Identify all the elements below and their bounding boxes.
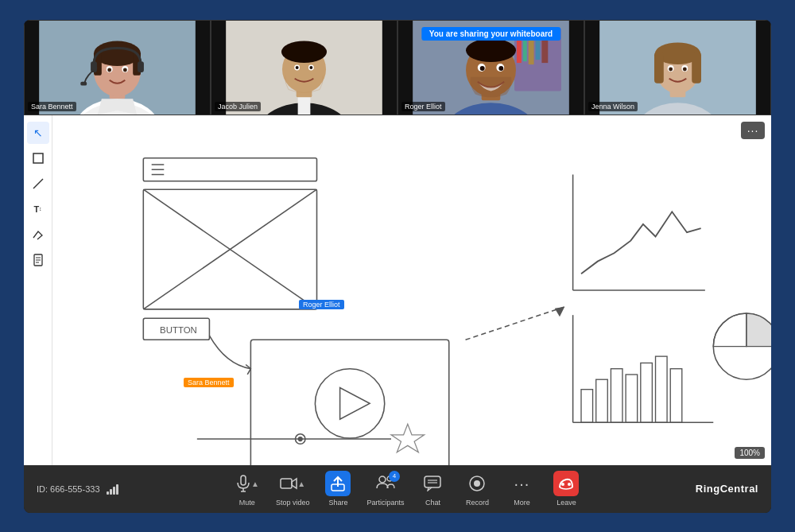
svg-rect-51: [33, 153, 43, 163]
share-button[interactable]: Share: [322, 471, 354, 507]
toolbar: ↖ T↕: [24, 115, 52, 465]
leave-icon: [553, 471, 579, 496]
svg-point-38: [480, 66, 485, 71]
signal-icon: [107, 483, 118, 495]
participant-tile-jacob[interactable]: Jacob Julien: [211, 20, 398, 115]
participant-tile-sara[interactable]: Sara Bennett: [24, 20, 211, 115]
stop-video-label: Stop video: [276, 499, 310, 507]
cursor-sara: Sara Bennett: [184, 378, 234, 387]
record-icon: [464, 471, 490, 496]
svg-rect-57: [143, 157, 316, 181]
more-button[interactable]: ··· More: [506, 471, 537, 507]
chat-icon: [420, 471, 445, 496]
svg-line-52: [33, 179, 43, 188]
svg-rect-85: [670, 368, 682, 422]
stop-video-icon: ▲: [280, 471, 305, 496]
more-icon: ···: [509, 471, 534, 496]
svg-rect-12: [138, 61, 144, 72]
svg-marker-74: [555, 306, 564, 316]
record-button[interactable]: Record: [461, 471, 493, 507]
participants-icon: 4: [373, 471, 398, 496]
participant-tile-roger[interactable]: You are sharing your whiteboard Roger El…: [398, 20, 584, 115]
participant-name-sara: Sara Bennett: [28, 102, 76, 111]
svg-point-101: [568, 483, 571, 486]
record-label: Record: [466, 499, 489, 507]
whiteboard[interactable]: ··· 100% BUTTON: [52, 115, 771, 465]
svg-rect-81: [611, 368, 622, 422]
svg-text:BUTTON: BUTTON: [160, 325, 197, 335]
whiteboard-drawing-canvas: BUTTON: [52, 115, 771, 465]
svg-point-67: [315, 368, 384, 437]
cursor-roger: Roger Elliot: [299, 300, 344, 309]
more-options-button[interactable]: ···: [741, 122, 765, 139]
svg-rect-80: [596, 379, 608, 422]
svg-point-71: [298, 436, 303, 441]
chat-button[interactable]: Chat: [417, 471, 448, 507]
svg-rect-13: [80, 81, 87, 85]
app-window: Sara Bennett: [24, 20, 771, 513]
svg-point-50: [683, 67, 687, 71]
svg-rect-45: [654, 52, 664, 83]
svg-point-49: [669, 67, 673, 71]
leave-button[interactable]: Leave: [550, 471, 582, 507]
svg-point-9: [107, 68, 111, 72]
tool-eraser[interactable]: [27, 223, 49, 246]
tool-rectangle[interactable]: [27, 147, 49, 169]
stop-video-button[interactable]: ▲ Stop video: [276, 471, 310, 507]
chat-label: Chat: [425, 499, 440, 507]
svg-line-73: [466, 306, 565, 340]
sharing-banner: You are sharing your whiteboard: [421, 27, 560, 41]
participant-name-roger: Roger Elliot: [401, 102, 445, 111]
more-dots-icon: ···: [747, 124, 759, 137]
share-label: Share: [328, 499, 347, 507]
bottom-center-controls: ▲ Mute ▲ Stop video: [231, 471, 583, 507]
svg-rect-87: [241, 476, 246, 485]
svg-rect-82: [626, 374, 638, 421]
svg-marker-91: [292, 479, 297, 488]
share-icon: [325, 471, 351, 496]
svg-point-99: [474, 480, 480, 487]
svg-point-20: [281, 41, 327, 63]
svg-point-39: [498, 66, 503, 71]
svg-rect-83: [641, 363, 653, 422]
svg-rect-95: [425, 476, 440, 487]
svg-marker-72: [391, 424, 425, 452]
participant-name-jenna: Jenna Wilson: [588, 102, 638, 111]
leave-label: Leave: [556, 499, 576, 507]
svg-point-35: [466, 38, 516, 62]
more-label: More: [514, 499, 530, 507]
svg-point-93: [379, 476, 386, 483]
mute-button[interactable]: ▲ Mute: [231, 471, 263, 507]
svg-point-23: [296, 66, 299, 69]
mute-icon: ▲: [235, 471, 260, 496]
participants-button[interactable]: 4 Participants: [366, 471, 404, 507]
participant-name-jacob: Jacob Julien: [215, 102, 261, 111]
svg-point-10: [123, 68, 127, 72]
participant-tile-jenna[interactable]: Jenna Wilson: [584, 20, 771, 115]
bottom-left-info: ID: 666-555-333: [37, 483, 118, 495]
participants-badge-count: 4: [389, 471, 400, 482]
svg-point-24: [309, 66, 312, 69]
svg-rect-79: [581, 389, 593, 422]
tool-select[interactable]: ↖: [27, 122, 49, 144]
brand-logo: RingCentral: [696, 483, 758, 495]
main-content-area: ↖ T↕ ··· 100%: [24, 115, 771, 465]
svg-rect-66: [250, 340, 448, 465]
participant-strip: Sara Bennett: [24, 20, 771, 115]
tool-pen[interactable]: [27, 173, 49, 195]
bottom-bar: ID: 666-555-333 ▲: [24, 465, 771, 513]
meeting-id: ID: 666-555-333: [37, 484, 100, 494]
mute-label: Mute: [239, 499, 255, 507]
svg-point-100: [561, 483, 564, 486]
participants-label: Participants: [366, 499, 404, 507]
tool-document[interactable]: [27, 249, 49, 271]
svg-rect-17: [298, 95, 311, 115]
svg-marker-68: [340, 387, 370, 418]
tool-text[interactable]: T↕: [27, 198, 49, 220]
svg-rect-84: [656, 356, 668, 422]
svg-rect-46: [692, 52, 701, 83]
svg-rect-90: [281, 479, 292, 488]
